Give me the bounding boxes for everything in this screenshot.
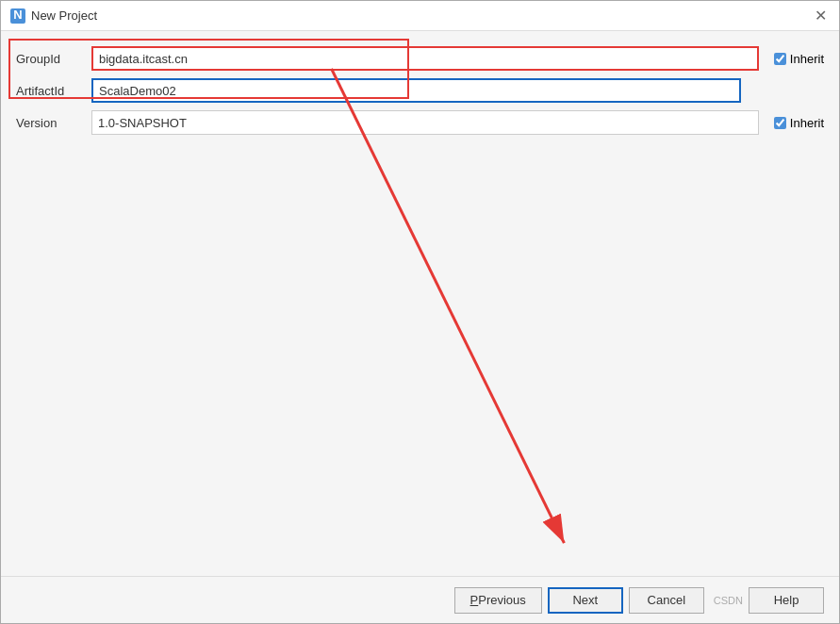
version-input-container: Inherit <box>91 110 824 135</box>
help-button[interactable]: Help <box>749 587 824 614</box>
footer: PPrevious Next Cancel CSDN Help <box>1 576 839 623</box>
group-id-label: GroupId <box>16 52 91 66</box>
svg-line-3 <box>332 69 565 543</box>
window-title: New Project <box>31 8 97 23</box>
artifact-id-row: ArtifactId <box>16 78 824 103</box>
svg-text:N: N <box>13 9 22 22</box>
artifact-id-label: ArtifactId <box>16 84 91 98</box>
group-id-row: GroupId Inherit <box>16 46 824 71</box>
next-label: Next <box>572 593 598 607</box>
group-id-input-container: Inherit <box>91 46 824 71</box>
version-row: Version Inherit <box>16 110 824 135</box>
previous-label: PPrevious <box>470 593 526 607</box>
group-id-input[interactable] <box>91 46 759 71</box>
content-area: GroupId Inherit ArtifactId Version <box>1 31 839 576</box>
dialog-window: N New Project ✕ GroupId Inherit Artifact… <box>0 0 840 624</box>
close-button[interactable]: ✕ <box>811 7 830 25</box>
version-inherit-checkbox[interactable] <box>774 117 786 129</box>
next-button[interactable]: Next <box>548 587 623 614</box>
cancel-button[interactable]: Cancel <box>629 587 704 614</box>
previous-button[interactable]: PPrevious <box>454 587 542 614</box>
version-label: Version <box>16 116 91 130</box>
help-label: Help <box>774 593 799 607</box>
version-input[interactable] <box>91 110 759 135</box>
artifact-id-input[interactable] <box>91 78 741 103</box>
app-icon: N <box>10 8 25 24</box>
group-id-inherit-label: Inherit <box>790 52 824 66</box>
group-id-inherit-checkbox[interactable] <box>774 53 786 65</box>
title-bar: N New Project ✕ <box>1 1 839 31</box>
title-bar-left: N New Project <box>10 8 97 24</box>
group-id-inherit: Inherit <box>774 52 824 66</box>
version-inherit-label: Inherit <box>790 116 824 130</box>
cancel-label: Cancel <box>648 593 685 607</box>
artifact-id-input-container <box>91 78 824 103</box>
csdn-watermark: CSDN <box>714 595 743 606</box>
version-inherit: Inherit <box>774 116 824 130</box>
